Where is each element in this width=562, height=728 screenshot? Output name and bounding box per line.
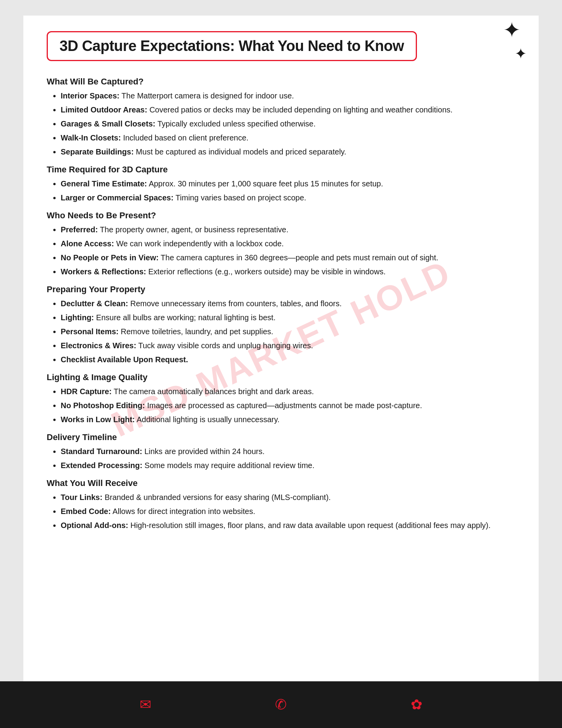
contact-icon: ✿ (411, 696, 422, 713)
bullet-list-what-captured: Interior Spaces: The Matterport camera i… (47, 90, 515, 158)
list-item: Limited Outdoor Areas: Covered patios or… (61, 104, 515, 116)
bullet-list-lighting-quality: HDR Capture: The camera automatically ba… (47, 386, 515, 425)
list-item: Electronics & Wires: Tuck away visible c… (61, 340, 515, 351)
section-title-time-required: Time Required for 3D Capture (47, 165, 515, 175)
bullet-list-who-present: Preferred: The property owner, agent, or… (47, 224, 515, 277)
email-icon: ✉ (140, 696, 151, 713)
section-what-captured: What Will Be Captured?Interior Spaces: T… (47, 77, 515, 158)
bullet-list-receive: Tour Links: Branded & unbranded versions… (47, 491, 515, 531)
list-item: HDR Capture: The camera automatically ba… (61, 386, 515, 397)
list-item: Standard Turnaround: Links are provided … (61, 446, 515, 457)
list-item: Workers & Reflections: Exterior reflecti… (61, 266, 515, 277)
bullet-list-delivery: Standard Turnaround: Links are provided … (47, 446, 515, 471)
list-item: Optional Add-ons: High-resolution still … (61, 519, 515, 531)
list-item: Separate Buildings: Must be captured as … (61, 146, 515, 158)
section-receive: What You Will ReceiveTour Links: Branded… (47, 478, 515, 531)
list-item: Walk-In Closets: Included based on clien… (61, 132, 515, 144)
section-title-delivery: Delivery Timeline (47, 432, 515, 442)
section-lighting-quality: Lighting & Image QualityHDR Capture: The… (47, 372, 515, 425)
footer: ✉ ✆ ✿ (0, 681, 562, 728)
section-who-present: Who Needs to Be Present?Preferred: The p… (47, 211, 515, 277)
phone-icon: ✆ (275, 696, 287, 713)
bullet-list-preparing: Declutter & Clean: Remove unnecessary it… (47, 298, 515, 365)
section-title-receive: What You Will Receive (47, 478, 515, 488)
section-title-lighting-quality: Lighting & Image Quality (47, 372, 515, 382)
section-title-what-captured: What Will Be Captured? (47, 77, 515, 87)
section-title-who-present: Who Needs to Be Present? (47, 211, 515, 221)
list-item: Extended Processing: Some models may req… (61, 460, 515, 471)
list-item: Garages & Small Closets: Typically exclu… (61, 118, 515, 130)
list-item: Tour Links: Branded & unbranded versions… (61, 491, 515, 503)
list-item: Works in Low Light: Additional lighting … (61, 414, 515, 425)
list-item: Declutter & Clean: Remove unnecessary it… (61, 298, 515, 309)
list-item: Personal Items: Remove toiletries, laund… (61, 326, 515, 337)
title-box: 3D Capture Expectations: What You Need t… (47, 31, 417, 61)
list-item: Checklist Available Upon Request. (61, 354, 515, 365)
section-time-required: Time Required for 3D CaptureGeneral Time… (47, 165, 515, 203)
section-delivery: Delivery TimelineStandard Turnaround: Li… (47, 432, 515, 471)
header: 3D Capture Expectations: What You Need t… (47, 31, 515, 61)
sparkle-decoration: ✦✦ (503, 19, 527, 62)
list-item: No People or Pets in View: The camera ca… (61, 252, 515, 263)
list-item: Preferred: The property owner, agent, or… (61, 224, 515, 235)
section-preparing: Preparing Your PropertyDeclutter & Clean… (47, 284, 515, 365)
list-item: General Time Estimate: Approx. 30 minute… (61, 178, 515, 189)
page-title: 3D Capture Expectations: What You Need t… (60, 38, 404, 54)
bullet-list-time-required: General Time Estimate: Approx. 30 minute… (47, 178, 515, 203)
list-item: No Photoshop Editing: Images are process… (61, 400, 515, 411)
list-item: Embed Code: Allows for direct integratio… (61, 505, 515, 517)
list-item: Interior Spaces: The Matterport camera i… (61, 90, 515, 102)
list-item: Lighting: Ensure all bulbs are working; … (61, 312, 515, 323)
section-title-preparing: Preparing Your Property (47, 284, 515, 295)
list-item: Larger or Commercial Spaces: Timing vari… (61, 192, 515, 203)
content-area: What Will Be Captured?Interior Spaces: T… (47, 77, 515, 531)
list-item: Alone Access: We can work independently … (61, 238, 515, 249)
